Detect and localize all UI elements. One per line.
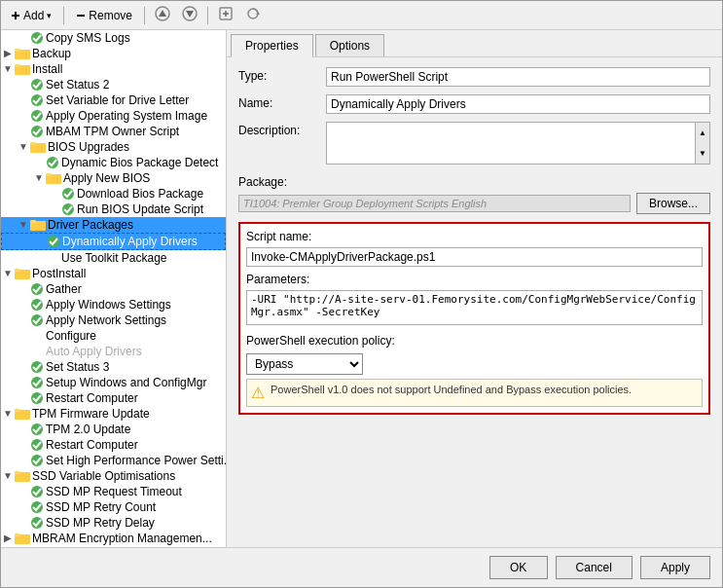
remove-button[interactable]: Remove bbox=[70, 7, 138, 24]
svg-point-20 bbox=[31, 94, 43, 106]
green-check-icon bbox=[30, 391, 44, 405]
tree-item-ssd-mp-retry-delay[interactable]: SSD MP Retry Delay bbox=[1, 515, 226, 531]
edit-icon bbox=[218, 6, 234, 21]
tree-item-copy-sms-logs[interactable]: Copy SMS Logs bbox=[1, 30, 226, 46]
move-up-button[interactable] bbox=[151, 4, 174, 26]
expand-btn-bios-upgrades[interactable]: ▼ bbox=[17, 140, 30, 154]
expand-btn-install[interactable]: ▼ bbox=[1, 62, 15, 76]
tree-item-postinstall[interactable]: ▼ PostInstall bbox=[1, 266, 226, 281]
ok-button[interactable]: OK bbox=[489, 556, 548, 579]
tree-item-auto-apply-drivers[interactable]: Auto Apply Drivers bbox=[1, 344, 226, 359]
tab-properties[interactable]: Properties bbox=[231, 34, 313, 57]
policy-select[interactable]: BypassAllSignedUndefined bbox=[246, 353, 363, 375]
description-value-container: ▲ ▼ bbox=[326, 122, 710, 167]
tree-item-apply-new-bios[interactable]: ▼ Apply New BIOS bbox=[1, 170, 226, 186]
tree-label-dynamically-apply: Dynamically Apply Drivers bbox=[62, 235, 198, 248]
type-input[interactable] bbox=[326, 67, 710, 87]
tree-item-ssd-mp-request[interactable]: SSD MP Request Timeout bbox=[1, 484, 226, 499]
script-name-input[interactable] bbox=[246, 247, 703, 267]
tree-item-apply-network-settings[interactable]: Apply Network Settings bbox=[1, 312, 226, 328]
tree-label-backup: Backup bbox=[32, 47, 71, 60]
svg-rect-15 bbox=[15, 49, 20, 52]
svg-rect-29 bbox=[46, 173, 52, 176]
tree-item-configure[interactable]: Configure bbox=[1, 328, 226, 344]
parameters-textarea[interactable] bbox=[246, 290, 703, 325]
tree-label-auto-apply-drivers: Auto Apply Drivers bbox=[46, 345, 142, 358]
expand-btn-apply-new-bios[interactable]: ▼ bbox=[32, 171, 46, 185]
tree-label-download-bios: Download Bios Package bbox=[77, 187, 203, 201]
tree-item-set-status-3[interactable]: Set Status 3 bbox=[1, 359, 226, 375]
tree-item-ssd-variable[interactable]: ▼ SSD Variable Optimisations bbox=[1, 468, 226, 484]
tree-label-tpm-firmware: TPM Firmware Update bbox=[32, 407, 150, 421]
tree-item-dynamic-bios[interactable]: Dynamic Bios Package Detect bbox=[1, 155, 226, 170]
tree-item-mbram-encryption[interactable]: ▶ MBRAM Encryption Managemen... bbox=[1, 531, 226, 546]
type-row: Type: bbox=[238, 67, 710, 87]
apply-button[interactable]: Apply bbox=[640, 556, 710, 579]
add-label: Add bbox=[23, 9, 44, 22]
scroll-down-arrow[interactable]: ▼ bbox=[696, 143, 709, 164]
browse-button[interactable]: Browse... bbox=[636, 193, 710, 214]
scroll-up-arrow[interactable]: ▲ bbox=[696, 123, 709, 143]
tree-item-setup-windows[interactable]: Setup Windows and ConfigMgr bbox=[1, 375, 226, 390]
package-input[interactable] bbox=[238, 195, 631, 212]
expand-btn-mbram-encryption[interactable]: ▶ bbox=[1, 532, 15, 545]
tree-item-tpm-20-update[interactable]: TPM 2.0 Update bbox=[1, 422, 226, 437]
svg-point-56 bbox=[31, 517, 43, 529]
tree-item-driver-packages[interactable]: ▼ Driver Packages bbox=[1, 217, 226, 233]
tree-label-ssd-mp-retry-count: SSD MP Retry Count bbox=[46, 500, 156, 514]
folder-icon bbox=[15, 62, 30, 76]
tree-item-mbam-tpm[interactable]: MBAM TPM Owner Script bbox=[1, 124, 226, 139]
svg-rect-2 bbox=[77, 15, 85, 17]
cancel-button[interactable]: Cancel bbox=[556, 556, 633, 579]
tree-item-set-high-perf[interactable]: Set High Performance Power Setti... bbox=[1, 453, 226, 468]
type-value-container bbox=[326, 67, 710, 87]
tree-item-gather[interactable]: Gather bbox=[1, 281, 226, 297]
tree-item-dynamically-apply[interactable]: Dynamically Apply Drivers bbox=[1, 233, 226, 250]
tree-item-set-status-2[interactable]: Set Status 2 bbox=[1, 77, 226, 92]
folder-icon bbox=[30, 218, 46, 232]
svg-rect-53 bbox=[15, 471, 20, 474]
tree-item-bios-upgrades[interactable]: ▼ BIOS Upgrades bbox=[1, 139, 226, 155]
svg-marker-6 bbox=[186, 11, 194, 18]
tree-scroll[interactable]: Copy SMS Logs▶ Backup▼ Install Set Statu… bbox=[1, 30, 226, 547]
description-textarea[interactable] bbox=[326, 122, 710, 165]
expand-btn-driver-packages[interactable]: ▼ bbox=[17, 218, 30, 232]
tree-item-install[interactable]: ▼ Install bbox=[1, 61, 226, 77]
tree-item-use-toolkit[interactable]: Use Toolkit Package bbox=[1, 250, 226, 266]
tree-item-set-variable[interactable]: Set Variable for Drive Letter bbox=[1, 92, 226, 108]
green-check-icon bbox=[30, 423, 44, 436]
folder-icon bbox=[30, 140, 46, 154]
expand-btn-backup[interactable]: ▶ bbox=[1, 47, 15, 60]
tab-options[interactable]: Options bbox=[315, 34, 384, 56]
green-check-icon bbox=[30, 298, 44, 312]
tree-label-mbram-encryption: MBRAM Encryption Managemen... bbox=[32, 532, 212, 545]
svg-rect-59 bbox=[15, 533, 20, 536]
tree-label-configure: Configure bbox=[46, 329, 96, 343]
add-button[interactable]: Add ▾ bbox=[5, 7, 57, 24]
green-check-icon bbox=[30, 78, 44, 92]
tree-item-backup[interactable]: ▶ Backup bbox=[1, 46, 226, 61]
description-label: Description: bbox=[238, 122, 326, 137]
tree-item-apply-windows-settings[interactable]: Apply Windows Settings bbox=[1, 297, 226, 312]
toolbar-btn-extra1[interactable] bbox=[214, 4, 237, 26]
tree-item-tpm-firmware[interactable]: ▼ TPM Firmware Update bbox=[1, 406, 226, 422]
svg-rect-25 bbox=[30, 142, 36, 145]
tree-item-run-bios-update[interactable]: Run BIOS Update Script bbox=[1, 202, 226, 217]
expand-btn-ssd-variable[interactable]: ▼ bbox=[1, 469, 15, 483]
tree-item-apply-os[interactable]: Apply Operating System Image bbox=[1, 108, 226, 124]
tree-item-restart-computer[interactable]: Restart Computer bbox=[1, 390, 226, 406]
expand-btn-postinstall[interactable]: ▼ bbox=[1, 267, 15, 280]
folder-icon bbox=[15, 47, 30, 60]
toolbar-btn-extra2[interactable] bbox=[241, 4, 265, 26]
tree-label-use-toolkit: Use Toolkit Package bbox=[61, 251, 167, 265]
tree-label-dynamic-bios: Dynamic Bios Package Detect bbox=[61, 156, 218, 169]
bottom-bar: OK Cancel Apply bbox=[1, 547, 722, 587]
expand-btn-tpm-firmware[interactable]: ▼ bbox=[1, 407, 15, 421]
toolbar-separator-3 bbox=[207, 7, 208, 24]
move-down-button[interactable] bbox=[178, 4, 201, 26]
tree-label-apply-network-settings: Apply Network Settings bbox=[46, 313, 166, 327]
name-input[interactable] bbox=[326, 94, 710, 114]
tree-item-download-bios[interactable]: Download Bios Package bbox=[1, 186, 226, 202]
tree-item-restart-computer-2[interactable]: Restart Computer bbox=[1, 437, 226, 453]
tree-item-ssd-mp-retry-count[interactable]: SSD MP Retry Count bbox=[1, 499, 226, 515]
